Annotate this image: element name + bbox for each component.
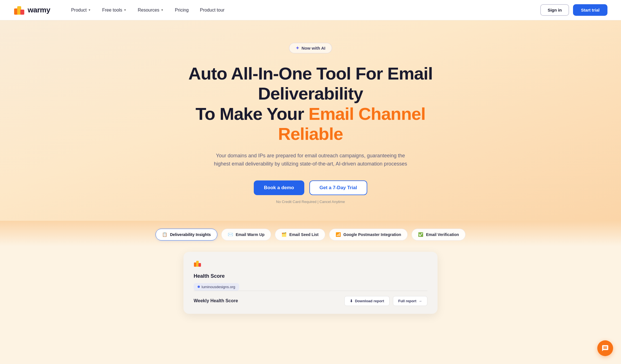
start-trial-button[interactable]: Start trial	[573, 4, 607, 16]
tab-postmaster[interactable]: 📶 Google Postmaster Integration	[329, 229, 408, 241]
nav-item-free-tools[interactable]: Free tools ▼	[97, 5, 132, 15]
navbar: warmy Product ▼ Free tools ▼ Resources ▼…	[0, 0, 621, 20]
nav-item-product[interactable]: Product ▼	[66, 5, 96, 15]
tab-deliverability[interactable]: 📋 Deliverability Insights	[156, 229, 217, 241]
nav-item-product-tour[interactable]: Product tour	[195, 5, 229, 15]
dashboard-card: Health Score luminousdesigns.org Weekly …	[183, 252, 438, 314]
signin-button[interactable]: Sign in	[540, 4, 569, 16]
arrow-right-icon: →	[418, 299, 422, 303]
verification-icon: ✅	[418, 232, 423, 237]
hero-subtitle: Your domains and IPs are prepared for em…	[212, 152, 409, 168]
deliverability-icon: 📋	[162, 232, 167, 237]
download-report-button[interactable]: ⬇ Download report	[344, 296, 389, 306]
postmaster-icon: 📶	[336, 232, 341, 237]
health-score-label: Health Score	[194, 273, 427, 279]
dashboard-header	[194, 260, 427, 268]
warmy-logo-small	[194, 260, 202, 268]
svg-rect-5	[198, 263, 201, 267]
svg-rect-3	[194, 262, 196, 267]
hero-title: Auto All-In-One Tool For Email Deliverab…	[169, 63, 452, 144]
weekly-health-row: Weekly Health Score ⬇ Download report Fu…	[194, 291, 427, 306]
book-demo-button[interactable]: Book a demo	[254, 180, 304, 195]
get-trial-button[interactable]: Get a 7-Day Trial	[309, 180, 367, 195]
chevron-down-icon: ▼	[88, 8, 91, 12]
logo-icon	[14, 5, 25, 16]
full-report-button[interactable]: Full report →	[393, 296, 427, 306]
svg-rect-4	[196, 261, 199, 267]
status-dot	[198, 286, 200, 288]
warmup-icon: ✉️	[228, 232, 233, 237]
ai-badge[interactable]: ✦ Now with AI	[289, 43, 332, 53]
no-credit-card-text: No Credit Card Required | Cancel Anytime	[14, 200, 607, 204]
feature-tabs: 📋 Deliverability Insights ✉️ Email Warm …	[0, 221, 621, 246]
nav-item-resources[interactable]: Resources ▼	[133, 5, 169, 15]
chat-icon	[602, 345, 609, 352]
nav-links: Product ▼ Free tools ▼ Resources ▼ Prici…	[66, 5, 540, 15]
domain-badge: luminousdesigns.org	[194, 283, 239, 291]
tab-verification[interactable]: ✅ Email Verification	[412, 229, 465, 241]
seed-icon: 🗂️	[281, 232, 287, 237]
dashboard-actions: ⬇ Download report Full report →	[344, 296, 427, 306]
dashboard-area: Health Score luminousdesigns.org Weekly …	[0, 246, 621, 325]
nav-item-pricing[interactable]: Pricing	[170, 5, 194, 15]
chat-bubble[interactable]	[597, 340, 613, 356]
chevron-down-icon: ▼	[124, 8, 126, 12]
nav-right: Sign in Start trial	[540, 4, 607, 16]
chevron-down-icon: ▼	[161, 8, 163, 12]
svg-rect-2	[20, 10, 24, 15]
download-icon: ⬇	[350, 299, 353, 303]
tab-email-warmup[interactable]: ✉️ Email Warm Up	[221, 229, 271, 241]
hero-section: ✦ Now with AI Auto All-In-One Tool For E…	[0, 20, 621, 221]
hero-buttons: Book a demo Get a 7-Day Trial	[14, 180, 607, 195]
star-icon: ✦	[296, 45, 299, 51]
tab-seed-list[interactable]: 🗂️ Email Seed List	[275, 229, 325, 241]
logo-link[interactable]: warmy	[14, 5, 50, 16]
logo-text: warmy	[28, 6, 50, 14]
